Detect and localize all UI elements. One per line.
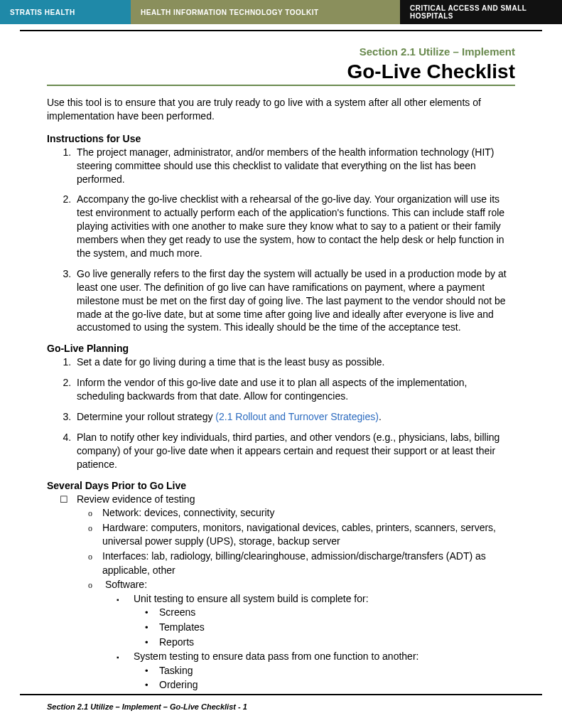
intro-paragraph: Use this tool is to ensure that you are … [47, 96, 515, 123]
list-item: Network: devices, connectivity, security [102, 506, 515, 520]
document-page: STRATIS HEALTH HEALTH INFORMATION TECHNO… [0, 0, 562, 728]
list-item: Set a date for go living during a time t… [74, 355, 515, 369]
list-item: Unit testing to ensure all system build … [131, 592, 515, 649]
header-bar: STRATIS HEALTH HEALTH INFORMATION TECHNO… [0, 0, 562, 24]
list-item: Interfaces: lab, radiology, billing/clea… [102, 550, 515, 577]
bullet-list: Screens Templates Reports [131, 606, 515, 649]
square-list: Unit testing to ensure all system build … [102, 592, 515, 692]
list-item: The project manager, administrator, and/… [74, 146, 515, 186]
list-item: Ordering [159, 678, 515, 692]
page-title: Go-Live Checklist [47, 60, 515, 83]
list-item: Go live generally refers to the first da… [74, 267, 515, 334]
list-item: System testing to ensure data pass from … [131, 650, 515, 692]
instructions-heading: Instructions for Use [47, 133, 515, 144]
header-brand: STRATIS HEALTH [0, 0, 131, 24]
list-item: Screens [159, 606, 515, 620]
footer-text: Section 2.1 Utilize – Implement – Go-Liv… [47, 702, 247, 711]
footer-rule [20, 694, 542, 695]
content-area: Section 2.1 Utilize – Implement Go-Live … [0, 31, 562, 722]
circle-list: Network: devices, connectivity, security… [74, 506, 515, 692]
planning-list: Set a date for go living during a time t… [47, 355, 515, 471]
list-item: Hardware: computers, monitors, navigatio… [102, 521, 515, 549]
list-item: Templates [159, 621, 515, 635]
list-item: Determine your rollout strategy (2.1 Rol… [74, 410, 515, 424]
list-item: Inform the vendor of this go-live date a… [74, 376, 515, 403]
list-item: Reports [159, 636, 515, 650]
list-item: Tasking [159, 664, 515, 678]
title-underline [47, 85, 515, 86]
header-center: HEALTH INFORMATION TECHNOLOGY TOOLKIT [131, 0, 400, 24]
instructions-list: The project manager, administrator, and/… [47, 146, 515, 335]
checkbox-item: Review evidence of testing Network: devi… [74, 493, 515, 692]
list-item: Plan to notify other key individuals, th… [74, 431, 515, 471]
days-prior-heading: Several Days Prior to Go Live [47, 480, 515, 491]
text: System testing to ensure data pass from … [134, 651, 419, 662]
header-right: CRITICAL ACCESS AND SMALL HOSPITALS [400, 0, 562, 24]
list-item: Accompany the go-live checklist with a r… [74, 193, 515, 259]
rollout-link[interactable]: (2.1 Rollout and Turnover Strategies) [215, 411, 379, 422]
bullet-list: Tasking Ordering [131, 664, 515, 692]
checkbox-label: Review evidence of testing [77, 493, 195, 505]
section-label: Section 2.1 Utilize – Implement [47, 46, 515, 58]
text: Determine your rollout strategy [77, 411, 215, 422]
text: Unit testing to ensure all system build … [134, 593, 369, 604]
list-item: Software: Unit testing to ensure all sys… [102, 578, 515, 692]
checkbox-list: Review evidence of testing Network: devi… [47, 493, 515, 692]
planning-heading: Go-Live Planning [47, 343, 515, 354]
text: . [379, 411, 382, 422]
text: Software: [105, 579, 147, 590]
